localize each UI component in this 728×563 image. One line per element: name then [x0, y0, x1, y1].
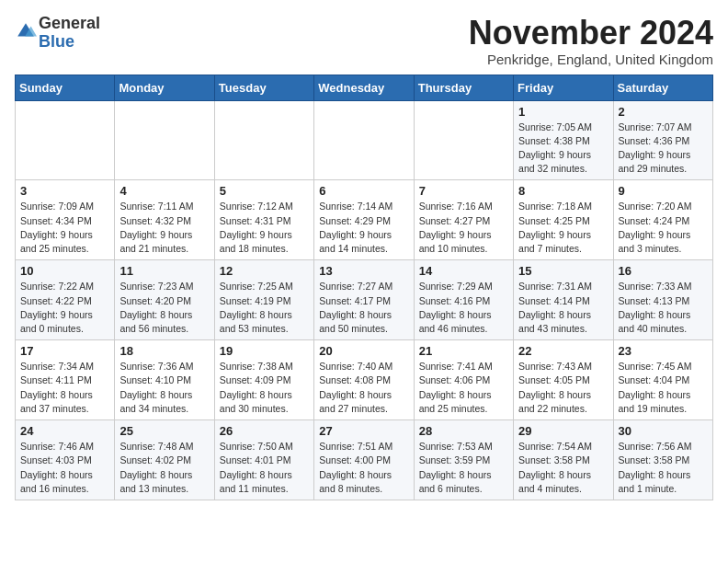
- day-info: Sunrise: 7:54 AM Sunset: 3:58 PM Dayligh…: [518, 440, 608, 496]
- calendar-cell: [115, 100, 214, 180]
- calendar-cell: [414, 100, 513, 180]
- day-number: 21: [419, 344, 508, 358]
- day-info: Sunrise: 7:40 AM Sunset: 4:08 PM Dayligh…: [319, 360, 408, 416]
- calendar-cell: 1Sunrise: 7:05 AM Sunset: 4:38 PM Daylig…: [514, 100, 613, 180]
- day-info: Sunrise: 7:31 AM Sunset: 4:14 PM Dayligh…: [518, 280, 608, 336]
- calendar-cell: 14Sunrise: 7:29 AM Sunset: 4:16 PM Dayli…: [414, 260, 513, 340]
- calendar-week-row: 17Sunrise: 7:34 AM Sunset: 4:11 PM Dayli…: [16, 340, 713, 420]
- day-info: Sunrise: 7:29 AM Sunset: 4:16 PM Dayligh…: [419, 280, 508, 336]
- calendar-cell: 13Sunrise: 7:27 AM Sunset: 4:17 PM Dayli…: [314, 260, 414, 340]
- calendar-week-row: 10Sunrise: 7:22 AM Sunset: 4:22 PM Dayli…: [16, 260, 713, 340]
- day-info: Sunrise: 7:07 AM Sunset: 4:36 PM Dayligh…: [619, 121, 708, 177]
- day-info: Sunrise: 7:22 AM Sunset: 4:22 PM Dayligh…: [20, 280, 109, 336]
- calendar-week-row: 3Sunrise: 7:09 AM Sunset: 4:34 PM Daylig…: [16, 180, 713, 260]
- calendar-cell: [314, 100, 414, 180]
- day-number: 14: [419, 264, 508, 278]
- calendar-table: SundayMondayTuesdayWednesdayThursdayFrid…: [15, 75, 713, 500]
- day-info: Sunrise: 7:53 AM Sunset: 3:59 PM Dayligh…: [419, 440, 508, 496]
- day-number: 16: [619, 264, 708, 278]
- day-info: Sunrise: 7:12 AM Sunset: 4:31 PM Dayligh…: [220, 200, 309, 256]
- calendar-cell: 10Sunrise: 7:22 AM Sunset: 4:22 PM Dayli…: [16, 260, 115, 340]
- day-number: 6: [319, 184, 408, 198]
- day-info: Sunrise: 7:27 AM Sunset: 4:17 PM Dayligh…: [319, 280, 408, 336]
- calendar-cell: 9Sunrise: 7:20 AM Sunset: 4:24 PM Daylig…: [613, 180, 712, 260]
- day-info: Sunrise: 7:33 AM Sunset: 4:13 PM Dayligh…: [619, 280, 708, 336]
- day-info: Sunrise: 7:41 AM Sunset: 4:06 PM Dayligh…: [419, 360, 508, 416]
- calendar-cell: 27Sunrise: 7:51 AM Sunset: 4:00 PM Dayli…: [314, 420, 414, 500]
- calendar-cell: 26Sunrise: 7:50 AM Sunset: 4:01 PM Dayli…: [214, 420, 313, 500]
- day-info: Sunrise: 7:34 AM Sunset: 4:11 PM Dayligh…: [20, 360, 109, 416]
- calendar-cell: 16Sunrise: 7:33 AM Sunset: 4:13 PM Dayli…: [613, 260, 712, 340]
- day-info: Sunrise: 7:50 AM Sunset: 4:01 PM Dayligh…: [220, 440, 309, 496]
- day-info: Sunrise: 7:09 AM Sunset: 4:34 PM Dayligh…: [20, 200, 109, 256]
- calendar-week-row: 1Sunrise: 7:05 AM Sunset: 4:38 PM Daylig…: [16, 100, 713, 180]
- day-info: Sunrise: 7:11 AM Sunset: 4:32 PM Dayligh…: [119, 200, 209, 256]
- calendar-cell: 22Sunrise: 7:43 AM Sunset: 4:05 PM Dayli…: [514, 340, 613, 420]
- day-info: Sunrise: 7:23 AM Sunset: 4:20 PM Dayligh…: [119, 280, 209, 336]
- logo-general-text: General: [39, 14, 100, 32]
- day-info: Sunrise: 7:43 AM Sunset: 4:05 PM Dayligh…: [518, 360, 608, 416]
- day-number: 1: [518, 105, 608, 119]
- calendar-cell: 4Sunrise: 7:11 AM Sunset: 4:32 PM Daylig…: [115, 180, 214, 260]
- day-number: 10: [20, 264, 109, 278]
- weekday-header-wednesday: Wednesday: [314, 75, 414, 100]
- day-number: 8: [518, 184, 608, 198]
- day-number: 25: [119, 424, 209, 438]
- weekday-header-monday: Monday: [115, 75, 214, 100]
- day-number: 3: [20, 184, 109, 198]
- logo-icon: [15, 20, 37, 42]
- day-number: 19: [220, 344, 309, 358]
- calendar-cell: 24Sunrise: 7:46 AM Sunset: 4:03 PM Dayli…: [16, 420, 115, 500]
- logo-blue-text: Blue: [39, 32, 74, 51]
- day-info: Sunrise: 7:36 AM Sunset: 4:10 PM Dayligh…: [119, 360, 209, 416]
- weekday-header-sunday: Sunday: [16, 75, 115, 100]
- day-number: 12: [220, 264, 309, 278]
- day-info: Sunrise: 7:14 AM Sunset: 4:29 PM Dayligh…: [319, 200, 408, 256]
- day-info: Sunrise: 7:05 AM Sunset: 4:38 PM Dayligh…: [518, 121, 608, 177]
- day-number: 23: [619, 344, 708, 358]
- calendar-cell: 20Sunrise: 7:40 AM Sunset: 4:08 PM Dayli…: [314, 340, 414, 420]
- day-info: Sunrise: 7:51 AM Sunset: 4:00 PM Dayligh…: [319, 440, 408, 496]
- day-number: 5: [220, 184, 309, 198]
- page-header: General Blue November 2024 Penkridge, En…: [15, 15, 713, 67]
- calendar-cell: 23Sunrise: 7:45 AM Sunset: 4:04 PM Dayli…: [613, 340, 712, 420]
- calendar-week-row: 24Sunrise: 7:46 AM Sunset: 4:03 PM Dayli…: [16, 420, 713, 500]
- day-number: 11: [119, 264, 209, 278]
- day-info: Sunrise: 7:20 AM Sunset: 4:24 PM Dayligh…: [619, 200, 708, 256]
- calendar-cell: 15Sunrise: 7:31 AM Sunset: 4:14 PM Dayli…: [514, 260, 613, 340]
- calendar-cell: 11Sunrise: 7:23 AM Sunset: 4:20 PM Dayli…: [115, 260, 214, 340]
- calendar-cell: 30Sunrise: 7:56 AM Sunset: 3:58 PM Dayli…: [613, 420, 712, 500]
- calendar-cell: 2Sunrise: 7:07 AM Sunset: 4:36 PM Daylig…: [613, 100, 712, 180]
- day-number: 20: [319, 344, 408, 358]
- day-number: 27: [319, 424, 408, 438]
- calendar-header: SundayMondayTuesdayWednesdayThursdayFrid…: [16, 75, 713, 100]
- day-number: 26: [220, 424, 309, 438]
- day-number: 9: [619, 184, 708, 198]
- calendar-cell: 19Sunrise: 7:38 AM Sunset: 4:09 PM Dayli…: [214, 340, 313, 420]
- calendar-cell: [16, 100, 115, 180]
- day-number: 17: [20, 344, 109, 358]
- day-info: Sunrise: 7:56 AM Sunset: 3:58 PM Dayligh…: [619, 440, 708, 496]
- day-info: Sunrise: 7:48 AM Sunset: 4:02 PM Dayligh…: [119, 440, 209, 496]
- calendar-cell: 6Sunrise: 7:14 AM Sunset: 4:29 PM Daylig…: [314, 180, 414, 260]
- day-info: Sunrise: 7:16 AM Sunset: 4:27 PM Dayligh…: [419, 200, 508, 256]
- month-title: November 2024: [469, 15, 713, 52]
- day-number: 24: [20, 424, 109, 438]
- calendar-body: 1Sunrise: 7:05 AM Sunset: 4:38 PM Daylig…: [16, 100, 713, 500]
- day-number: 7: [419, 184, 508, 198]
- calendar-cell: 8Sunrise: 7:18 AM Sunset: 4:25 PM Daylig…: [514, 180, 613, 260]
- logo: General Blue: [15, 15, 100, 52]
- day-number: 28: [419, 424, 508, 438]
- calendar-cell: 5Sunrise: 7:12 AM Sunset: 4:31 PM Daylig…: [214, 180, 313, 260]
- day-number: 18: [119, 344, 209, 358]
- calendar-cell: 17Sunrise: 7:34 AM Sunset: 4:11 PM Dayli…: [16, 340, 115, 420]
- day-number: 2: [619, 105, 708, 119]
- calendar-cell: 25Sunrise: 7:48 AM Sunset: 4:02 PM Dayli…: [115, 420, 214, 500]
- calendar-cell: 21Sunrise: 7:41 AM Sunset: 4:06 PM Dayli…: [414, 340, 513, 420]
- day-number: 22: [518, 344, 608, 358]
- weekday-header-row: SundayMondayTuesdayWednesdayThursdayFrid…: [16, 75, 713, 100]
- day-info: Sunrise: 7:18 AM Sunset: 4:25 PM Dayligh…: [518, 200, 608, 256]
- calendar-cell: 28Sunrise: 7:53 AM Sunset: 3:59 PM Dayli…: [414, 420, 513, 500]
- calendar-cell: [214, 100, 313, 180]
- day-number: 4: [119, 184, 209, 198]
